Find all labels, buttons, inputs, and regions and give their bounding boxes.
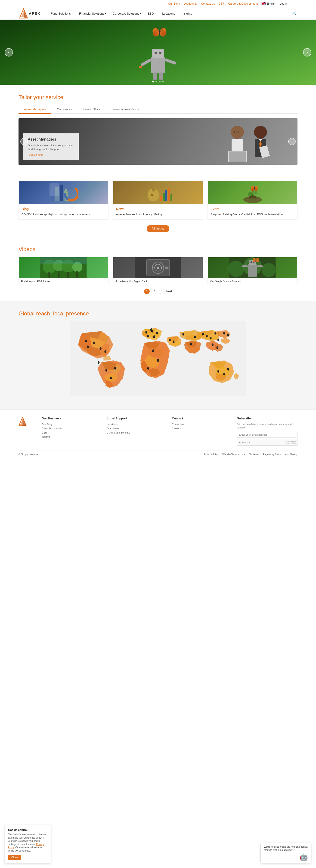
nav-careers[interactable]: Careers & Development	[228, 2, 258, 5]
video-thumb-2[interactable]: ▶	[113, 257, 203, 278]
svg-point-165	[151, 329, 152, 330]
footer-link-culture[interactable]: Culture and Benefits	[107, 431, 168, 434]
language-selector[interactable]: 🇬🇧 English	[261, 1, 276, 6]
hero-prev-arrow[interactable]: ‹	[5, 48, 13, 57]
video-1-bg	[19, 257, 108, 278]
footer-link-careers[interactable]: Careers	[172, 427, 233, 430]
hero-slider-dots	[152, 81, 164, 83]
nav-csr[interactable]: CSR	[219, 2, 224, 5]
nav-insights[interactable]: Insights	[178, 7, 195, 20]
footer-link-our-values[interactable]: Our Values	[107, 427, 168, 430]
footer-anti-slavery[interactable]: Anti Slavery	[285, 453, 297, 456]
footer-link-csr[interactable]: CSR	[42, 431, 102, 434]
videos-section: Videos ▶	[0, 239, 316, 301]
svg-point-187	[210, 337, 211, 338]
svg-rect-65	[48, 272, 50, 278]
carousel-prev-arrow[interactable]: ‹	[20, 138, 28, 145]
footer-privacy-policy[interactable]: Privacy Policy	[204, 453, 219, 456]
svg-point-175	[148, 367, 149, 368]
svg-point-59	[254, 186, 255, 190]
svg-point-167	[169, 339, 170, 340]
search-icon[interactable]: 🔍	[292, 11, 297, 16]
tab-asset-managers[interactable]: Asset Managers	[19, 105, 51, 114]
page-1[interactable]: 1	[144, 288, 150, 294]
svg-rect-44	[152, 188, 155, 191]
nav-contact-us[interactable]: Contact Us	[201, 2, 215, 5]
hero-dot-3[interactable]	[159, 81, 161, 83]
footer-local-support: Local Support Locations Our Values Cultu…	[107, 416, 168, 445]
hero-next-arrow[interactable]: ›	[303, 48, 311, 57]
nav-financial-solutions[interactable]: Financial Solutions ▾	[76, 7, 109, 20]
nav-corporate-solutions[interactable]: Corporate Solutions ▾	[109, 7, 144, 20]
video-2-bg	[113, 257, 203, 278]
svg-rect-11	[139, 66, 142, 68]
subscribe-email-input[interactable]	[237, 432, 298, 438]
nav-login[interactable]: Log-in	[280, 2, 287, 5]
footer-link-insights[interactable]: Insights	[42, 435, 102, 438]
svg-rect-69	[40, 257, 86, 264]
footer-link-our-story[interactable]: Our Story	[42, 423, 102, 426]
world-map	[19, 321, 297, 396]
tab-family-office[interactable]: Family Office	[77, 105, 106, 114]
nav-fund-solutions[interactable]: Fund Solutions ▾	[47, 7, 76, 20]
logo[interactable]: APEX	[19, 8, 40, 19]
video-3-bg	[208, 257, 297, 278]
footer-link-locations[interactable]: Locations	[107, 423, 168, 426]
hero-dot-2[interactable]	[155, 81, 157, 83]
news-thumbnail: $	[143, 182, 173, 203]
hero-dot-4[interactable]	[162, 81, 164, 83]
svg-point-153	[114, 367, 116, 368]
dropdown-arrow: ▾	[105, 12, 106, 14]
videos-grid: ▶ Envision your ESG future	[19, 257, 297, 285]
svg-point-201	[183, 333, 184, 334]
find-out-more-link[interactable]: Find out more →	[28, 154, 74, 156]
footer-terms-of-use[interactable]: Website Terms of Use	[222, 453, 245, 456]
svg-rect-29	[229, 151, 246, 162]
nav-esg[interactable]: ESG ▾	[144, 7, 159, 20]
event-thumbnail	[238, 182, 268, 203]
svg-point-163	[153, 336, 155, 337]
footer-local-title: Local Support	[107, 416, 168, 420]
svg-point-30	[254, 126, 267, 139]
svg-point-179	[190, 343, 192, 344]
footer-disclaimer[interactable]: Disclaimer	[248, 453, 259, 456]
nav-leadership[interactable]: Leadership	[184, 2, 197, 5]
recaptcha[interactable]: reCAPTCHA protected by rePrivacy · Terms	[237, 439, 298, 445]
page-3[interactable]: 3	[159, 288, 165, 294]
articles-section: Blog COVID-19 shines spotlight on going …	[0, 174, 316, 239]
all-articles-button[interactable]: All articles	[147, 225, 170, 232]
svg-point-5	[154, 52, 157, 54]
video-thumb-3[interactable]: ▶	[208, 257, 297, 278]
svg-point-181	[194, 336, 196, 337]
svg-rect-37	[60, 185, 63, 201]
nav-our-story[interactable]: Our Story	[168, 2, 180, 5]
nav-locations[interactable]: Locations	[159, 7, 178, 20]
footer-our-business: Our Business Our Story Client Testimonia…	[42, 416, 102, 445]
global-reach-section: Global reach, local presence	[0, 301, 316, 409]
hero-dot-1[interactable]	[152, 81, 154, 83]
svg-rect-4	[152, 49, 164, 58]
footer-link-testimonials[interactable]: Client Testimonials	[42, 427, 102, 430]
footer-bottom-links: Privacy Policy Website Terms of Use Disc…	[204, 453, 297, 456]
carousel-next-arrow[interactable]: ›	[288, 138, 296, 145]
footer-regulatory-status[interactable]: Regulatory Status	[263, 453, 282, 456]
blog-thumbnail	[48, 182, 78, 203]
footer-link-contact-us[interactable]: Contact us	[172, 423, 233, 426]
video-3-title: Our Single-Source Solution	[208, 278, 297, 285]
hero-slider: ‹ ›	[0, 20, 316, 85]
tab-corporates[interactable]: Corporates	[51, 105, 77, 114]
article-card-blog: Blog COVID-19 shines spotlight on going …	[19, 181, 108, 220]
butterfly-icon	[152, 27, 166, 38]
svg-rect-42	[49, 183, 59, 196]
tab-financial-institutions[interactable]: Financial Institutions	[106, 105, 144, 114]
footer-logo	[19, 416, 37, 445]
page-next[interactable]: Next	[166, 290, 172, 293]
svg-point-57	[251, 188, 254, 191]
article-type-news: News	[116, 207, 200, 211]
video-card-1: ▶ Envision your ESG future	[19, 257, 108, 285]
svg-point-145	[85, 340, 86, 341]
video-thumb-1[interactable]: ▶	[19, 257, 108, 278]
page-2[interactable]: 2	[151, 288, 157, 294]
service-content-box: Asset Managers Our single-source solutio…	[23, 133, 79, 160]
world-map-svg	[19, 321, 297, 396]
